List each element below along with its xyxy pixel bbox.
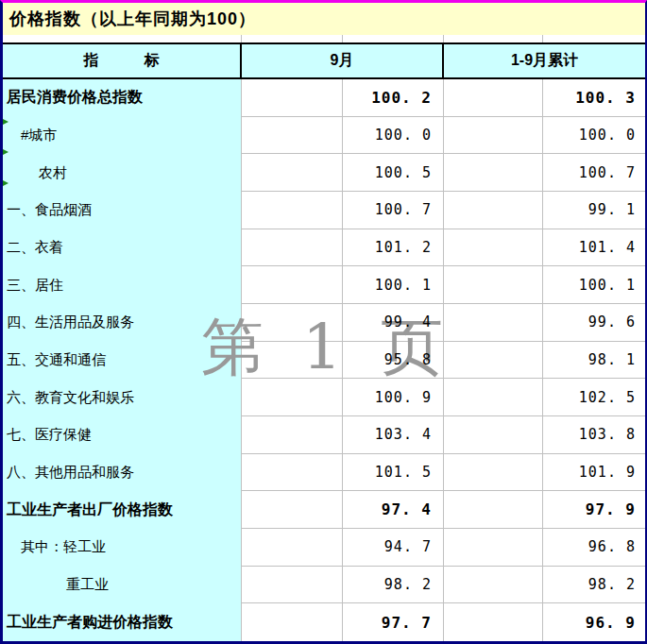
cumulative-value: 100. 3 bbox=[575, 89, 636, 107]
september-value-cell[interactable]: 99. 4 bbox=[343, 304, 444, 342]
empty-cell[interactable] bbox=[444, 192, 543, 229]
indicator-label: 八、其他用品和服务 bbox=[3, 464, 134, 482]
empty-cell[interactable] bbox=[242, 454, 343, 492]
empty-cell[interactable] bbox=[444, 117, 543, 155]
indicator-cell[interactable]: 重工业 bbox=[3, 567, 242, 604]
cumulative-value-cell[interactable]: 96. 8 bbox=[543, 529, 645, 567]
cumulative-value: 103. 8 bbox=[579, 426, 636, 443]
cumulative-value-cell[interactable]: 103. 8 bbox=[543, 416, 645, 454]
empty-cell[interactable] bbox=[444, 416, 543, 454]
september-value: 94. 7 bbox=[384, 538, 432, 555]
cumulative-value: 96. 9 bbox=[586, 614, 636, 632]
indicator-cell[interactable]: 一、食品烟酒 bbox=[3, 192, 242, 229]
empty-cell[interactable] bbox=[444, 229, 543, 267]
empty-cell[interactable] bbox=[242, 154, 343, 192]
cumulative-value-cell[interactable]: 99. 6 bbox=[543, 304, 645, 342]
cumulative-value: 100. 7 bbox=[579, 164, 636, 181]
indicator-cell[interactable]: 五、交通和通信 bbox=[3, 342, 242, 380]
indicator-cell[interactable]: 工业生产者出厂价格指数 bbox=[3, 491, 242, 529]
indicator-cell[interactable]: 工业生产者购进价格指数 bbox=[3, 603, 242, 641]
empty-cell[interactable] bbox=[444, 529, 543, 567]
cumulative-value-cell[interactable]: 100. 7 bbox=[543, 154, 645, 192]
empty-cell[interactable] bbox=[444, 491, 543, 529]
price-index-report-sheet: 价格指数（以上年同期为100） 指 标 9月 1-9月累计 居民消费价格总指数1… bbox=[0, 0, 647, 644]
cumulative-value: 99. 1 bbox=[588, 201, 636, 218]
empty-cell[interactable] bbox=[242, 491, 343, 529]
cumulative-value: 97. 9 bbox=[586, 500, 636, 518]
empty-cell[interactable] bbox=[242, 603, 343, 641]
september-value-cell[interactable]: 98. 2 bbox=[343, 567, 444, 604]
table-row: 工业生产者出厂价格指数97. 497. 9 bbox=[3, 491, 645, 529]
table-row: 工业生产者购进价格指数97. 796. 9 bbox=[3, 603, 645, 641]
cumulative-value-cell[interactable]: 101. 4 bbox=[543, 229, 645, 267]
indicator-cell[interactable]: 七、医疗保健 bbox=[3, 416, 242, 454]
september-value-cell[interactable]: 100. 2 bbox=[343, 79, 444, 117]
empty-cell[interactable] bbox=[444, 342, 543, 380]
empty-cell[interactable] bbox=[242, 529, 343, 567]
september-value: 100. 9 bbox=[375, 389, 432, 406]
empty-cell[interactable] bbox=[242, 79, 343, 117]
september-value: 100. 0 bbox=[375, 127, 432, 144]
september-value-cell[interactable]: 100. 9 bbox=[343, 379, 444, 416]
cumulative-value-cell[interactable]: 100. 0 bbox=[543, 117, 645, 155]
indicator-cell[interactable]: 六、教育文化和娱乐 bbox=[3, 379, 242, 416]
september-value-cell[interactable]: 100. 1 bbox=[343, 266, 444, 304]
table-row: 三、居住100. 1100. 1 bbox=[3, 266, 645, 304]
cumulative-value-cell[interactable]: 102. 5 bbox=[543, 379, 645, 416]
empty-cell[interactable] bbox=[444, 304, 543, 342]
empty-cell[interactable] bbox=[242, 567, 343, 604]
empty-cell[interactable] bbox=[444, 567, 543, 604]
september-value: 103. 4 bbox=[375, 426, 432, 443]
empty-cell[interactable] bbox=[444, 266, 543, 304]
indicator-label: 六、教育文化和娱乐 bbox=[3, 389, 134, 407]
september-value-cell[interactable]: 94. 7 bbox=[343, 529, 444, 567]
table-row: 重工业98. 298. 2 bbox=[3, 567, 645, 604]
column-header-indicator[interactable]: 指 标 bbox=[3, 44, 242, 77]
september-value-cell[interactable]: 100. 5 bbox=[343, 154, 444, 192]
indicator-cell[interactable]: 居民消费价格总指数 bbox=[3, 79, 242, 117]
empty-cell[interactable] bbox=[242, 342, 343, 380]
cumulative-value-cell[interactable]: 101. 9 bbox=[543, 454, 645, 492]
empty-cell[interactable] bbox=[444, 454, 543, 492]
september-value-cell[interactable]: 95. 8 bbox=[343, 342, 444, 380]
cumulative-value: 98. 1 bbox=[588, 351, 636, 368]
empty-cell[interactable] bbox=[444, 379, 543, 416]
empty-cell[interactable] bbox=[242, 192, 343, 229]
cumulative-value-cell[interactable]: 97. 9 bbox=[543, 491, 645, 529]
empty-cell[interactable] bbox=[444, 154, 543, 192]
september-value-cell[interactable]: 100. 7 bbox=[343, 192, 444, 229]
table-row: 一、食品烟酒100. 799. 1 bbox=[3, 192, 645, 229]
column-header-september[interactable]: 9月 bbox=[242, 44, 444, 77]
indicator-cell[interactable]: 其中：轻工业 bbox=[3, 529, 242, 567]
september-value-cell[interactable]: 100. 0 bbox=[343, 117, 444, 155]
column-header-cumulative[interactable]: 1-9月累计 bbox=[444, 44, 645, 77]
cumulative-value-cell[interactable]: 100. 3 bbox=[543, 79, 645, 117]
empty-cell[interactable] bbox=[242, 304, 343, 342]
empty-cell[interactable] bbox=[242, 379, 343, 416]
green-marker-icon bbox=[3, 180, 9, 186]
empty-cell[interactable] bbox=[242, 416, 343, 454]
indicator-cell[interactable]: 农村 bbox=[3, 154, 242, 192]
september-value-cell[interactable]: 101. 2 bbox=[343, 229, 444, 267]
cumulative-value-cell[interactable]: 99. 1 bbox=[543, 192, 645, 229]
empty-cell[interactable] bbox=[444, 79, 543, 117]
empty-cell[interactable] bbox=[242, 266, 343, 304]
empty-cell[interactable] bbox=[444, 603, 543, 641]
empty-cell[interactable] bbox=[242, 117, 343, 155]
indicator-cell[interactable]: 三、居住 bbox=[3, 266, 242, 304]
cumulative-value-cell[interactable]: 96. 9 bbox=[543, 603, 645, 641]
september-value-cell[interactable]: 97. 4 bbox=[343, 491, 444, 529]
cumulative-value-cell[interactable]: 100. 1 bbox=[543, 266, 645, 304]
indicator-cell[interactable]: 二、衣着 bbox=[3, 229, 242, 267]
september-value-cell[interactable]: 101. 5 bbox=[343, 454, 444, 492]
indicator-cell[interactable]: 四、生活用品及服务 bbox=[3, 304, 242, 342]
empty-cell[interactable] bbox=[242, 229, 343, 267]
indicator-cell[interactable]: #城市 bbox=[3, 117, 242, 155]
cumulative-value-cell[interactable]: 98. 2 bbox=[543, 567, 645, 604]
september-value: 101. 5 bbox=[375, 464, 432, 481]
cumulative-value-cell[interactable]: 98. 1 bbox=[543, 342, 645, 380]
september-value: 97. 7 bbox=[382, 614, 432, 632]
indicator-cell[interactable]: 八、其他用品和服务 bbox=[3, 454, 242, 492]
september-value-cell[interactable]: 103. 4 bbox=[343, 416, 444, 454]
september-value-cell[interactable]: 97. 7 bbox=[343, 603, 444, 641]
